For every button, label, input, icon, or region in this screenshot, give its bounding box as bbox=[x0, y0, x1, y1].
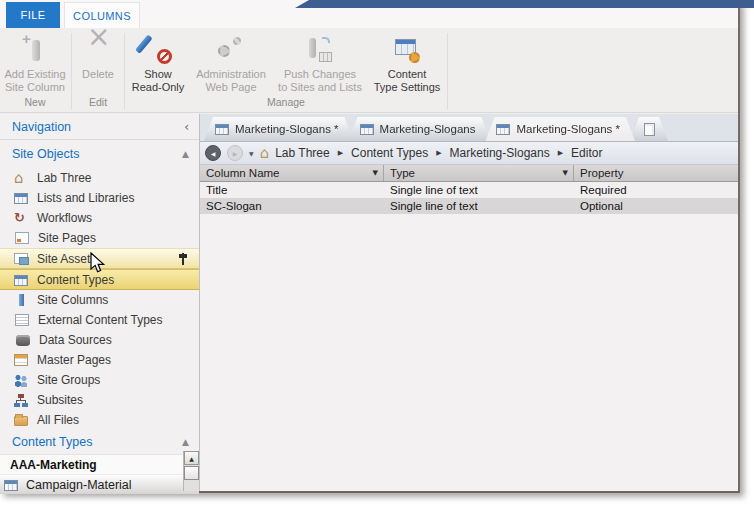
sidebar-item-all-files[interactable]: All Files bbox=[0, 410, 199, 430]
page-icon bbox=[15, 232, 29, 244]
sidebar-item-master-pages[interactable]: Master Pages bbox=[0, 350, 199, 370]
chevron-up-icon[interactable]: ▲ bbox=[182, 437, 189, 447]
doc-tab-marketing-slogans-2[interactable]: Marketing-Slogans bbox=[349, 117, 491, 141]
table-icon bbox=[360, 124, 374, 135]
sidebar-item-label: Site Assets bbox=[37, 252, 96, 266]
ribbon-tab-file[interactable]: FILE bbox=[6, 2, 60, 28]
sidebar-item-label: External Content Types bbox=[38, 313, 163, 327]
sidebar-item-lists-and-libraries[interactable]: Lists and Libraries bbox=[0, 188, 199, 208]
chevron-up-icon[interactable]: ▲ bbox=[182, 149, 189, 159]
button-label: Type Settings bbox=[374, 81, 441, 94]
content-types-section-header[interactable]: Content Types ▲ bbox=[0, 430, 199, 454]
site-objects-title: Site Objects bbox=[12, 147, 79, 161]
cell-column-name: SC-Slogan bbox=[200, 200, 384, 212]
sidebar-item-site-pages[interactable]: Site Pages bbox=[0, 228, 199, 248]
sort-dropdown-icon[interactable]: ▼ bbox=[563, 169, 568, 177]
mouse-cursor bbox=[90, 252, 106, 274]
sidebar-item-label: Data Sources bbox=[39, 333, 112, 347]
push-changes-icon bbox=[306, 36, 334, 64]
scroll-up-button[interactable]: ▲ bbox=[184, 451, 199, 465]
add-column-icon bbox=[21, 36, 49, 64]
cell-type: Single line of text bbox=[384, 184, 574, 196]
group-label-edit: Edit bbox=[73, 95, 123, 112]
sidebar-item-label: Subsites bbox=[37, 393, 83, 407]
sidebar-item-lab-three[interactable]: Lab Three bbox=[0, 168, 199, 188]
sidebar-item-site-groups[interactable]: Site Groups bbox=[0, 370, 199, 390]
header-label: Column Name bbox=[206, 167, 280, 179]
delete-button[interactable]: Delete bbox=[73, 30, 123, 81]
content-type-settings-button[interactable]: Content Type Settings bbox=[368, 30, 446, 94]
sidebar-item-label: Lists and Libraries bbox=[37, 191, 134, 205]
breadcrumb-separator-icon: ▶ bbox=[336, 149, 345, 157]
site-objects-header[interactable]: Site Objects ▲ bbox=[0, 140, 199, 168]
button-label: Add Existing bbox=[4, 68, 65, 81]
header-type[interactable]: Type ▼ bbox=[384, 165, 574, 181]
sidebar-item-site-columns[interactable]: Site Columns bbox=[0, 290, 199, 310]
document-tab-strip: Marketing-Slogans * Marketing-Slogans Ma… bbox=[200, 114, 738, 141]
sort-dropdown-icon[interactable]: ▼ bbox=[373, 169, 378, 177]
new-document-tab[interactable] bbox=[630, 117, 668, 141]
title-bar-strip bbox=[295, 0, 754, 8]
ribbon-group-new: Add Existing Site Column New bbox=[0, 30, 70, 112]
breadcrumb-lab-three[interactable]: Lab Three bbox=[275, 146, 330, 160]
table-icon bbox=[215, 124, 229, 135]
button-label: Push Changes bbox=[284, 68, 356, 81]
pin-icon[interactable] bbox=[178, 253, 187, 265]
group-label-new: New bbox=[0, 95, 70, 112]
back-button[interactable]: ◀ bbox=[205, 145, 221, 161]
navigation-pane-header: Navigation ‹ bbox=[0, 114, 199, 140]
sidebar-item-external-content-types[interactable]: External Content Types bbox=[0, 310, 199, 330]
header-property[interactable]: Property bbox=[574, 165, 738, 181]
home-icon bbox=[260, 144, 270, 162]
administration-web-page-button[interactable]: Administration Web Page bbox=[190, 30, 272, 94]
table-icon bbox=[4, 480, 18, 491]
table-icon bbox=[14, 275, 28, 286]
sidebar-item-subsites[interactable]: Subsites bbox=[0, 390, 199, 410]
group-label-manage: Manage bbox=[126, 95, 446, 112]
header-label: Property bbox=[580, 167, 623, 179]
editor-area: Marketing-Slogans * Marketing-Slogans Ma… bbox=[200, 114, 738, 491]
people-icon bbox=[14, 374, 28, 387]
doc-tab-marketing-slogans-1[interactable]: Marketing-Slogans * bbox=[204, 117, 354, 141]
table-icon bbox=[496, 124, 510, 135]
button-label: Show bbox=[144, 68, 172, 81]
forward-button[interactable]: ▶ bbox=[227, 145, 243, 161]
button-label: Content bbox=[388, 68, 427, 81]
doc-tab-marketing-slogans-3-active[interactable]: Marketing-Slogans * bbox=[485, 117, 635, 141]
content-type-group-aaa-marketing[interactable]: AAA-Marketing bbox=[0, 454, 199, 474]
sidebar-item-data-sources[interactable]: Data Sources bbox=[0, 330, 199, 350]
editor-empty-area bbox=[200, 214, 738, 491]
cell-property: Optional bbox=[574, 200, 738, 212]
push-changes-button[interactable]: Push Changes to Sites and Lists bbox=[272, 30, 368, 94]
content-type-group-label: AAA-Marketing bbox=[10, 458, 97, 472]
breadcrumb-editor[interactable]: Editor bbox=[571, 146, 602, 160]
breadcrumb-marketing-slogans[interactable]: Marketing-Slogans bbox=[450, 146, 550, 160]
new-page-icon bbox=[644, 123, 655, 136]
button-label: Delete bbox=[82, 68, 114, 81]
sidebar-item-workflows[interactable]: Workflows bbox=[0, 208, 199, 228]
breadcrumb-bar: ◀ ▶ ▼ Lab Three ▶ Content Types ▶ Market… bbox=[200, 141, 738, 165]
ribbon-separator bbox=[447, 33, 448, 110]
content-type-item-campaign-material[interactable]: Campaign-Material bbox=[0, 474, 199, 494]
ribbon-separator bbox=[71, 33, 72, 110]
header-column-name[interactable]: Column Name ▼ bbox=[200, 165, 384, 181]
scrollbar-thumb[interactable] bbox=[184, 466, 199, 480]
breadcrumb-content-types[interactable]: Content Types bbox=[351, 146, 428, 160]
show-read-only-button[interactable]: Show Read-Only bbox=[126, 30, 190, 94]
collapse-pane-icon[interactable]: ‹ bbox=[184, 120, 189, 134]
sidebar-item-label: Site Columns bbox=[37, 293, 108, 307]
content-types-section-title: Content Types bbox=[12, 435, 92, 449]
document-lines-icon bbox=[15, 314, 29, 326]
table-row[interactable]: Title Single line of text Required bbox=[200, 182, 738, 198]
history-dropdown-icon[interactable]: ▼ bbox=[249, 150, 254, 157]
master-page-icon bbox=[14, 354, 28, 366]
database-icon bbox=[16, 335, 30, 346]
navigation-title: Navigation bbox=[12, 120, 71, 134]
add-existing-site-column-button[interactable]: Add Existing Site Column bbox=[0, 30, 70, 94]
cell-property: Required bbox=[574, 184, 738, 196]
button-label: Site Column bbox=[5, 81, 65, 94]
table-row[interactable]: SC-Slogan Single line of text Optional bbox=[200, 198, 738, 214]
sidebar-item-label: Site Groups bbox=[37, 373, 100, 387]
sidebar-scrollbar[interactable]: ▲ bbox=[183, 451, 199, 491]
ribbon-group-manage: Show Read-Only Administration Web Page P… bbox=[126, 30, 446, 112]
